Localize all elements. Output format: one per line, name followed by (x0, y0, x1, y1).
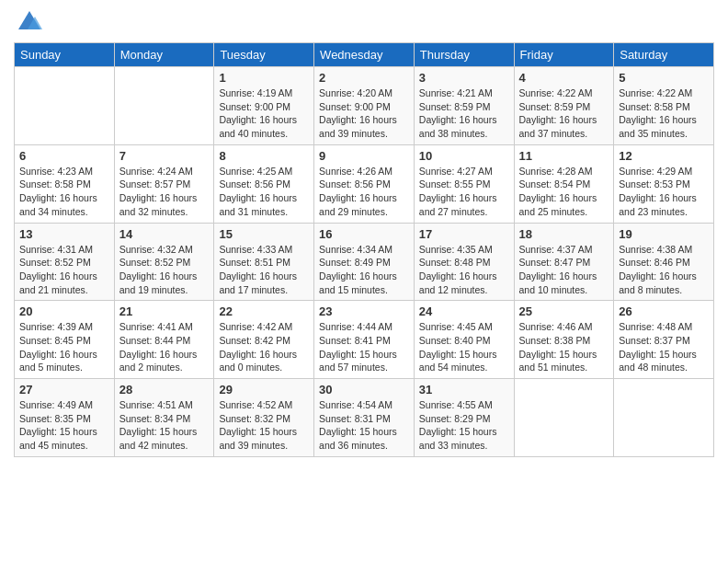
day-cell: 15Sunrise: 4:33 AM Sunset: 8:51 PM Dayli… (214, 223, 314, 301)
day-info: Sunrise: 4:25 AM Sunset: 8:56 PM Dayligh… (219, 165, 309, 219)
week-row-4: 20Sunrise: 4:39 AM Sunset: 8:45 PM Dayli… (15, 301, 714, 379)
day-info: Sunrise: 4:27 AM Sunset: 8:55 PM Dayligh… (419, 165, 509, 219)
week-row-5: 27Sunrise: 4:49 AM Sunset: 8:35 PM Dayli… (15, 379, 714, 457)
day-number: 18 (519, 227, 609, 241)
day-cell: 14Sunrise: 4:32 AM Sunset: 8:52 PM Dayli… (114, 223, 214, 301)
col-header-sunday: Sunday (15, 43, 115, 67)
day-cell: 24Sunrise: 4:45 AM Sunset: 8:40 PM Dayli… (414, 301, 514, 379)
page-header (14, 9, 714, 35)
day-info: Sunrise: 4:48 AM Sunset: 8:37 PM Dayligh… (619, 320, 709, 374)
day-number: 21 (119, 304, 210, 318)
day-info: Sunrise: 4:33 AM Sunset: 8:51 PM Dayligh… (219, 243, 309, 297)
day-number: 10 (419, 149, 509, 163)
calendar-table: SundayMondayTuesdayWednesdayThursdayFrid… (14, 42, 714, 457)
week-row-1: 1Sunrise: 4:19 AM Sunset: 9:00 PM Daylig… (15, 67, 714, 145)
day-cell: 12Sunrise: 4:29 AM Sunset: 8:53 PM Dayli… (614, 144, 714, 223)
col-header-thursday: Thursday (414, 43, 514, 67)
day-number: 27 (19, 383, 109, 396)
day-cell: 27Sunrise: 4:49 AM Sunset: 8:35 PM Dayli… (15, 379, 115, 457)
day-number: 4 (519, 71, 609, 85)
day-info: Sunrise: 4:39 AM Sunset: 8:45 PM Dayligh… (19, 320, 109, 374)
col-header-friday: Friday (514, 43, 614, 67)
day-cell: 17Sunrise: 4:35 AM Sunset: 8:48 PM Dayli… (414, 223, 514, 301)
day-info: Sunrise: 4:22 AM Sunset: 8:58 PM Dayligh… (619, 86, 709, 141)
day-info: Sunrise: 4:52 AM Sunset: 8:32 PM Dayligh… (219, 398, 309, 453)
day-number: 29 (219, 383, 309, 396)
day-cell: 5Sunrise: 4:22 AM Sunset: 8:58 PM Daylig… (614, 67, 714, 145)
calendar-header-row: SundayMondayTuesdayWednesdayThursdayFrid… (15, 43, 714, 67)
day-number: 26 (619, 304, 709, 318)
day-number: 7 (119, 149, 210, 163)
day-number: 16 (319, 227, 409, 241)
day-info: Sunrise: 4:41 AM Sunset: 8:44 PM Dayligh… (119, 320, 210, 374)
day-number: 14 (119, 227, 210, 241)
day-info: Sunrise: 4:44 AM Sunset: 8:41 PM Dayligh… (319, 320, 409, 374)
day-info: Sunrise: 4:28 AM Sunset: 8:54 PM Dayligh… (519, 165, 609, 219)
day-cell (15, 67, 115, 145)
day-cell: 25Sunrise: 4:46 AM Sunset: 8:38 PM Dayli… (514, 301, 614, 379)
week-row-2: 6Sunrise: 4:23 AM Sunset: 8:58 PM Daylig… (15, 144, 714, 223)
page-container: SundayMondayTuesdayWednesdayThursdayFrid… (0, 0, 728, 466)
day-number: 1 (219, 71, 309, 85)
day-cell: 1Sunrise: 4:19 AM Sunset: 9:00 PM Daylig… (214, 67, 314, 145)
day-cell: 23Sunrise: 4:44 AM Sunset: 8:41 PM Dayli… (314, 301, 415, 379)
day-info: Sunrise: 4:29 AM Sunset: 8:53 PM Dayligh… (619, 165, 709, 219)
day-number: 6 (19, 149, 109, 163)
day-cell: 11Sunrise: 4:28 AM Sunset: 8:54 PM Dayli… (514, 144, 614, 223)
day-info: Sunrise: 4:31 AM Sunset: 8:52 PM Dayligh… (19, 243, 109, 297)
day-cell: 2Sunrise: 4:20 AM Sunset: 9:00 PM Daylig… (314, 67, 415, 145)
col-header-monday: Monday (114, 43, 214, 67)
day-number: 8 (219, 149, 309, 163)
day-cell: 13Sunrise: 4:31 AM Sunset: 8:52 PM Dayli… (15, 223, 115, 301)
day-info: Sunrise: 4:46 AM Sunset: 8:38 PM Dayligh… (519, 320, 609, 374)
day-info: Sunrise: 4:20 AM Sunset: 9:00 PM Dayligh… (319, 86, 409, 141)
day-number: 11 (519, 149, 609, 163)
day-number: 24 (419, 304, 509, 318)
day-info: Sunrise: 4:37 AM Sunset: 8:47 PM Dayligh… (519, 243, 609, 297)
day-info: Sunrise: 4:55 AM Sunset: 8:29 PM Dayligh… (419, 398, 509, 453)
day-number: 22 (219, 304, 309, 318)
day-cell: 16Sunrise: 4:34 AM Sunset: 8:49 PM Dayli… (314, 223, 415, 301)
day-info: Sunrise: 4:34 AM Sunset: 8:49 PM Dayligh… (319, 243, 409, 297)
day-cell: 26Sunrise: 4:48 AM Sunset: 8:37 PM Dayli… (614, 301, 714, 379)
logo-icon (17, 9, 42, 35)
day-cell: 7Sunrise: 4:24 AM Sunset: 8:57 PM Daylig… (114, 144, 214, 223)
day-cell: 18Sunrise: 4:37 AM Sunset: 8:47 PM Dayli… (514, 223, 614, 301)
day-cell (614, 379, 714, 457)
day-info: Sunrise: 4:23 AM Sunset: 8:58 PM Dayligh… (19, 165, 109, 219)
day-cell: 19Sunrise: 4:38 AM Sunset: 8:46 PM Dayli… (614, 223, 714, 301)
col-header-wednesday: Wednesday (314, 43, 415, 67)
day-number: 2 (319, 71, 409, 85)
day-number: 3 (419, 71, 509, 85)
day-cell: 20Sunrise: 4:39 AM Sunset: 8:45 PM Dayli… (15, 301, 115, 379)
day-number: 9 (319, 149, 409, 163)
logo (14, 9, 42, 35)
day-info: Sunrise: 4:51 AM Sunset: 8:34 PM Dayligh… (119, 398, 210, 453)
day-number: 30 (319, 383, 409, 396)
week-row-3: 13Sunrise: 4:31 AM Sunset: 8:52 PM Dayli… (15, 223, 714, 301)
day-cell: 9Sunrise: 4:26 AM Sunset: 8:56 PM Daylig… (314, 144, 415, 223)
day-number: 12 (619, 149, 709, 163)
day-cell (514, 379, 614, 457)
day-info: Sunrise: 4:35 AM Sunset: 8:48 PM Dayligh… (419, 243, 509, 297)
day-info: Sunrise: 4:42 AM Sunset: 8:42 PM Dayligh… (219, 320, 309, 374)
day-info: Sunrise: 4:54 AM Sunset: 8:31 PM Dayligh… (319, 398, 409, 453)
day-cell: 8Sunrise: 4:25 AM Sunset: 8:56 PM Daylig… (214, 144, 314, 223)
day-number: 28 (119, 383, 210, 396)
day-info: Sunrise: 4:22 AM Sunset: 8:59 PM Dayligh… (519, 86, 609, 141)
day-cell: 30Sunrise: 4:54 AM Sunset: 8:31 PM Dayli… (314, 379, 415, 457)
day-info: Sunrise: 4:38 AM Sunset: 8:46 PM Dayligh… (619, 243, 709, 297)
day-number: 13 (19, 227, 109, 241)
day-cell: 31Sunrise: 4:55 AM Sunset: 8:29 PM Dayli… (414, 379, 514, 457)
day-info: Sunrise: 4:19 AM Sunset: 9:00 PM Dayligh… (219, 86, 309, 141)
day-cell: 4Sunrise: 4:22 AM Sunset: 8:59 PM Daylig… (514, 67, 614, 145)
day-cell: 3Sunrise: 4:21 AM Sunset: 8:59 PM Daylig… (414, 67, 514, 145)
day-cell: 10Sunrise: 4:27 AM Sunset: 8:55 PM Dayli… (414, 144, 514, 223)
day-number: 19 (619, 227, 709, 241)
day-number: 5 (619, 71, 709, 85)
day-cell: 6Sunrise: 4:23 AM Sunset: 8:58 PM Daylig… (15, 144, 115, 223)
day-cell: 29Sunrise: 4:52 AM Sunset: 8:32 PM Dayli… (214, 379, 314, 457)
day-info: Sunrise: 4:21 AM Sunset: 8:59 PM Dayligh… (419, 86, 509, 141)
day-cell: 22Sunrise: 4:42 AM Sunset: 8:42 PM Dayli… (214, 301, 314, 379)
day-info: Sunrise: 4:26 AM Sunset: 8:56 PM Dayligh… (319, 165, 409, 219)
